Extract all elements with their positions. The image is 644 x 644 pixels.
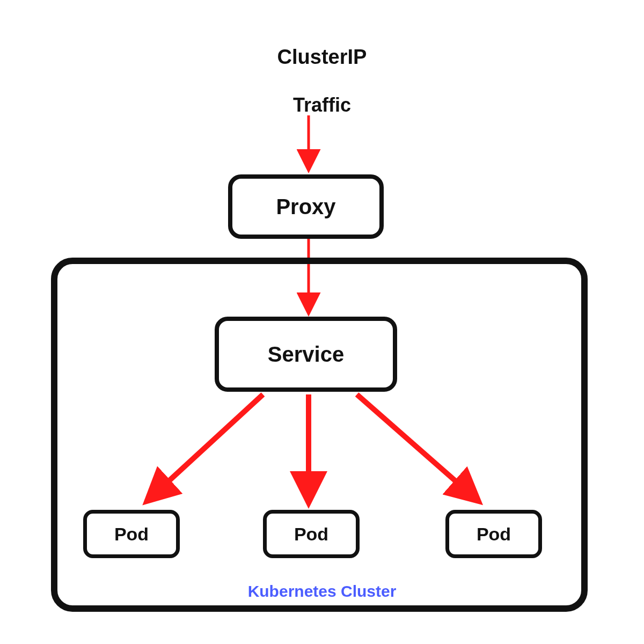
pod-label-2: Pod: [294, 524, 328, 545]
pod-label-1: Pod: [114, 524, 149, 545]
pod-box-2: Pod: [263, 510, 360, 558]
pod-box-1: Pod: [83, 510, 180, 558]
service-box: Service: [215, 317, 397, 392]
clusterip-diagram: ClusterIP Traffic Proxy Service Pod Pod: [0, 0, 644, 644]
proxy-box: Proxy: [228, 174, 384, 239]
proxy-label: Proxy: [276, 195, 335, 219]
diagram-title: ClusterIP: [277, 46, 367, 69]
service-label: Service: [268, 342, 344, 367]
traffic-label: Traffic: [293, 94, 351, 116]
cluster-label: Kubernetes Cluster: [248, 582, 397, 601]
pod-label-3: Pod: [477, 524, 511, 545]
cluster-box: [51, 258, 588, 612]
pod-box-3: Pod: [445, 510, 542, 558]
